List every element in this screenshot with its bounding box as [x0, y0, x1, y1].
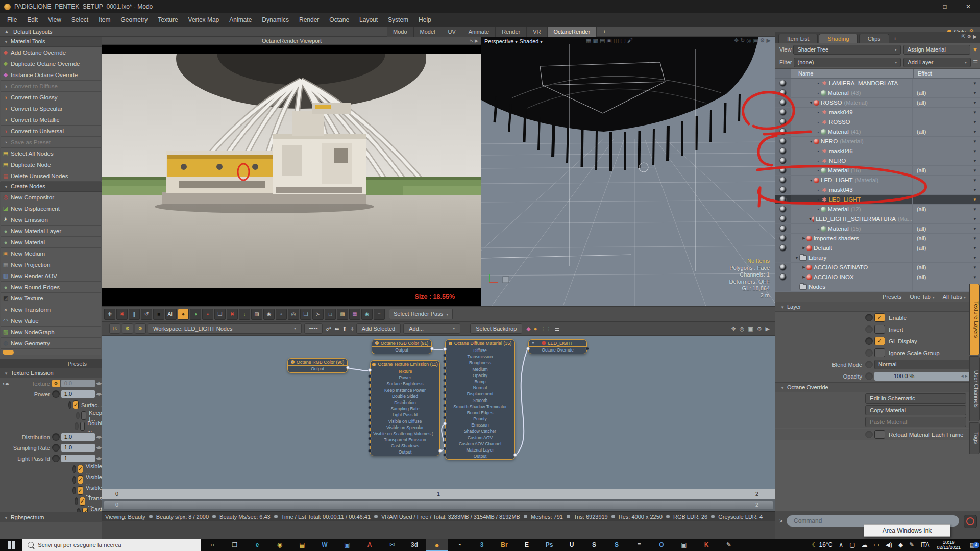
- effect-cell[interactable]: (all): [912, 243, 973, 253]
- value-stepper[interactable]: ◀▶: [96, 435, 102, 439]
- effect-cell[interactable]: [912, 195, 973, 204]
- port-material-layer[interactable]: Material Layer: [446, 447, 514, 453]
- pause-render-icon[interactable]: ∥: [129, 309, 140, 320]
- opacity-stepper[interactable]: ◄►: [960, 372, 968, 381]
- menu-edit[interactable]: Edit: [22, 13, 43, 27]
- default-layouts-dropdown[interactable]: Default Layouts: [13, 29, 52, 35]
- row-dropdown-icon[interactable]: ▼: [973, 275, 980, 280]
- light-pass-id-input[interactable]: 1: [61, 455, 95, 462]
- side-tab-tags[interactable]: Tags: [969, 422, 980, 454]
- row-dropdown-icon[interactable]: ▼: [973, 217, 980, 221]
- ignore-scale-group-checkbox[interactable]: Ignore Scale Group: [865, 348, 940, 357]
- expander-icon[interactable]: ▼: [808, 101, 814, 105]
- effect-cell[interactable]: [912, 253, 973, 262]
- output-port-icon[interactable]: [430, 347, 434, 350]
- timeline-scrollbar[interactable]: 0 2: [102, 499, 775, 511]
- schematic-gear-icon[interactable]: ⚙: [757, 325, 762, 332]
- port-output[interactable]: Output: [372, 347, 431, 354]
- photoshop-taskbar-icon[interactable]: Ps: [538, 539, 560, 551]
- record-region-icon[interactable]: ▪: [202, 309, 213, 320]
- row-dropdown-icon[interactable]: ▼: [973, 197, 980, 202]
- visibility-cell[interactable]: [775, 272, 791, 282]
- input-port-icon[interactable]: [368, 443, 372, 446]
- port-power[interactable]: Power: [371, 374, 439, 381]
- tool-new-nodegraph[interactable]: ▧New NodeGraph: [1, 327, 101, 338]
- effect-cell[interactable]: (all): [912, 166, 973, 175]
- effect-cell[interactable]: [912, 282, 973, 291]
- add-panel-tab-button[interactable]: +: [890, 34, 900, 43]
- port-transparent-emission[interactable]: Transparent Emission: [371, 437, 439, 443]
- select-backdrop-button[interactable]: Select Backdrop: [470, 323, 522, 334]
- menu-animate[interactable]: Animate: [224, 13, 257, 27]
- menu-geometry[interactable]: Geometry: [116, 13, 153, 27]
- port-displacement[interactable]: Displacement: [446, 391, 514, 397]
- side-tab-texture-layers[interactable]: Texture Layers: [969, 284, 980, 355]
- eye-icon[interactable]: [779, 80, 787, 87]
- layer-section-header[interactable]: ▼Layer: [775, 302, 980, 312]
- channel-socket[interactable]: [75, 497, 78, 505]
- effect-cell[interactable]: [912, 79, 973, 88]
- texture-input[interactable]: 0.0: [61, 380, 95, 387]
- save-taskbar-icon[interactable]: ▣: [336, 539, 358, 551]
- tool-convert-to-metallic[interactable]: ◑Convert to Metallic: [1, 114, 101, 126]
- layout-tab-uv[interactable]: UV: [442, 27, 462, 37]
- port-opacity[interactable]: Opacity: [446, 372, 514, 379]
- filter-funnel-icon[interactable]: ▼: [972, 46, 978, 53]
- effect-cell[interactable]: (all): [912, 263, 973, 272]
- section-header-create-nodes[interactable]: ▼Create Nodes: [0, 182, 102, 192]
- octane-viewport-header[interactable]: OctaneRender Viewport ⇱ ▶: [102, 37, 481, 45]
- viewport-nav-icons[interactable]: ✥ ↻ ◎ ▣ ⚙ ▶: [734, 37, 771, 44]
- layout-tab-modo[interactable]: Modo: [387, 27, 414, 37]
- tool-new-medium[interactable]: ▣New Medium: [1, 248, 101, 259]
- steam-taskbar-icon[interactable]: S: [583, 539, 605, 551]
- effect-cell[interactable]: [912, 137, 973, 146]
- input-port-icon[interactable]: [368, 381, 372, 384]
- view-dropdown[interactable]: Shader Tree▾: [793, 45, 900, 55]
- bridge-taskbar-icon[interactable]: Br: [493, 539, 516, 551]
- modo-taskbar-icon[interactable]: ●: [426, 539, 448, 551]
- node-octane-diffuse-material-35[interactable]: ▼Octane Diffuse Material (35)DiffuseTran…: [445, 339, 515, 460]
- expander-icon[interactable]: ▼: [794, 256, 799, 260]
- visibility-cell[interactable]: [775, 137, 791, 146]
- macro-record-button[interactable]: [964, 515, 977, 528]
- input-port-icon[interactable]: [443, 404, 447, 407]
- clock[interactable]: 18:1902/11/2021: [933, 540, 965, 550]
- viewport-expand-icon[interactable]: ⇱ ▶: [470, 37, 478, 45]
- green-dots-icon[interactable]: ⋮⋮: [538, 325, 553, 332]
- input-port-icon[interactable]: [368, 368, 372, 372]
- tab-item-list[interactable]: Item List: [778, 34, 818, 43]
- channel-socket[interactable]: [52, 390, 60, 398]
- effect-cell[interactable]: [912, 185, 973, 194]
- port-light-pass-id[interactable]: Light Pass Id: [371, 412, 439, 418]
- restart-render-icon[interactable]: ↺: [141, 309, 152, 320]
- minimize-button[interactable]: ─: [910, 0, 933, 13]
- menu-system[interactable]: System: [383, 13, 413, 27]
- row-dropdown-icon[interactable]: ▼: [973, 227, 980, 231]
- doubl-checkbox[interactable]: [80, 422, 85, 431]
- input-port-icon[interactable]: [443, 441, 447, 444]
- tool-new-projection[interactable]: ▦New Projection: [1, 259, 101, 270]
- input-port-icon[interactable]: [443, 347, 447, 351]
- input-port-icon[interactable]: [526, 347, 530, 350]
- port-smooth[interactable]: Smooth: [446, 397, 514, 404]
- port-double-sided[interactable]: Double Sided: [371, 393, 439, 399]
- node-led-light[interactable]: ▼LED_LIGHTOctane Override: [528, 339, 587, 354]
- input-port-icon[interactable]: [368, 399, 372, 403]
- port-custom-aov-channel[interactable]: Custom AOV Channel: [446, 441, 514, 447]
- eye-icon[interactable]: [779, 128, 787, 135]
- expander-icon[interactable]: ▼: [808, 217, 812, 221]
- settings-taskbar-icon[interactable]: ▣: [673, 539, 695, 551]
- row-dropdown-icon[interactable]: ▼: [973, 256, 980, 260]
- input-port-icon[interactable]: [443, 360, 447, 363]
- partial-tool-button[interactable]: [1, 349, 101, 355]
- passes-icon[interactable]: ❏: [300, 309, 311, 320]
- eye-icon[interactable]: [779, 89, 787, 96]
- opacity-channel-socket[interactable]: [865, 372, 873, 380]
- input-port-icon[interactable]: [443, 410, 447, 413]
- notepad-taskbar-icon[interactable]: ≡: [628, 539, 650, 551]
- layout-tab-model[interactable]: Model: [414, 27, 442, 37]
- panel-corner-icons[interactable]: ⇱ ⚙ ▶: [961, 34, 977, 39]
- menu-texture[interactable]: Texture: [153, 13, 183, 27]
- autocad-taskbar-icon[interactable]: A: [358, 539, 381, 551]
- row-dropdown-icon[interactable]: ▼: [973, 207, 980, 212]
